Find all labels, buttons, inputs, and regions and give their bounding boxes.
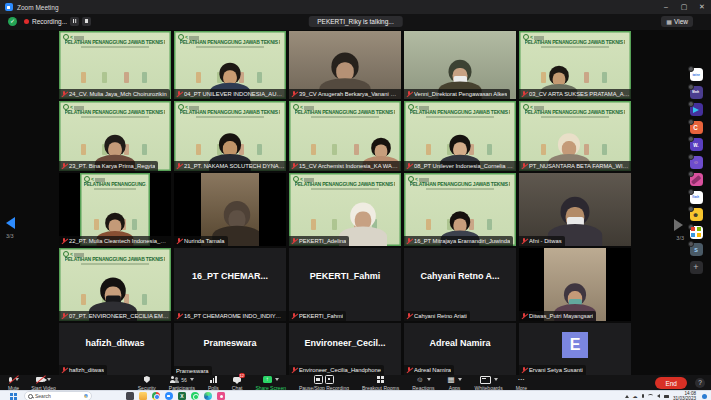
add-app-button[interactable]: + [690, 261, 703, 274]
caret-icon [275, 378, 279, 381]
participant-tile[interactable]: <PELATIHAN PENANGGUNG JAWAB TEKNIS PKRT0… [59, 248, 171, 321]
start-video-button[interactable]: Start Video [29, 376, 58, 391]
participant-tile[interactable]: <PELATIHAN PENANGGUNG JAWAB TEKNIS PKRT0… [404, 101, 516, 171]
pause-recording-button[interactable] [70, 17, 79, 26]
onedrive-icon[interactable]: ☁ [633, 392, 638, 400]
breakout-rooms-button[interactable]: Breakout Rooms [360, 376, 401, 391]
participant-tile[interactable]: Adreal NamiraAdreal Namira [404, 323, 516, 375]
participant-tile[interactable]: <PELATIHAN PENANGGUNG JAWAB TEKNIS PKRT1… [289, 101, 401, 171]
participant-tile[interactable]: Nurinda Tamala [174, 173, 286, 246]
participant-tile[interactable]: Afni - Ditwas [519, 173, 631, 246]
participant-tile[interactable]: 16_PT CHEMAR...16_PT CHEMAROME INDO_INDI… [174, 248, 286, 321]
photos-taskbar-icon[interactable] [217, 392, 225, 400]
participant-tile[interactable]: <PELATIHAN PENANGGUNG JAWAB TEKNIS PKRT2… [59, 31, 171, 99]
share-screen-button[interactable]: ↑Share Screen [253, 376, 288, 391]
participant-tile[interactable]: <PELATIHAN PENANGGUNG JAWAB TEKNIS PKRT0… [174, 31, 286, 99]
participant-tile[interactable]: EErvani Setya Susanti [519, 323, 631, 375]
end-meeting-button[interactable]: End [655, 377, 687, 389]
close-button[interactable]: ✕ [693, 0, 711, 14]
participant-tile[interactable]: Ditwas_Putri Mayangsari [519, 248, 631, 321]
participant-tile[interactable]: <PELATIHAN PENANGGUNG JAWAB TEKNIS PKRT2… [59, 101, 171, 171]
participant-tile[interactable]: <PELATIHAN PENANGGUNG JAWAB TEKNIS PKRTP… [519, 101, 631, 171]
flash-app-icon[interactable]: flash [690, 191, 703, 204]
microphone-tray-icon[interactable] [642, 394, 644, 398]
encryption-shield-icon[interactable]: ✓ [8, 17, 17, 26]
slide-figure [142, 72, 147, 83]
reactions-button[interactable]: ☺Reactions [410, 376, 436, 391]
slide-figure [311, 144, 316, 155]
participant-tile[interactable]: <PELATIHAN PENANGGUNG JAWAB TEKNIS PKRTP… [289, 173, 401, 246]
participant-tile[interactable]: 39_CV Anugerah Berkarya_Vanani Nur Rizki [289, 31, 401, 99]
emoji-sunglasses-app-icon[interactable]: ☻ [690, 208, 703, 221]
participant-name-label: PEKERTI_Adelina [289, 236, 349, 246]
participant-display-name: Cahyani Retno A... [408, 271, 511, 281]
maximize-button[interactable]: ▢ [675, 0, 693, 14]
participant-tile[interactable]: Cahyani Retno A...Cahyani Retno Ariati [404, 248, 516, 321]
chrome-taskbar-icon[interactable] [152, 392, 160, 400]
apps-button[interactable]: ▦Apps [445, 376, 463, 391]
twine-app-icon[interactable]: twine [690, 68, 703, 81]
taskbar-clock[interactable]: 14:08 31/03/2023 [673, 391, 696, 400]
mic-muted-icon [61, 367, 67, 374]
polls-button[interactable]: Polls [206, 376, 221, 391]
paper-plane-app-icon[interactable] [690, 103, 703, 116]
participant-tile[interactable]: <PELATIHAN PENANGGUNG JAWAB TEKNIS PKRT2… [174, 101, 286, 171]
search-placeholder: Search [35, 393, 82, 399]
pause-stop-recording-button[interactable]: Pause/Stop Recording [297, 376, 351, 391]
microsoft-grid-app-icon[interactable] [690, 226, 703, 239]
security-button[interactable]: Security [136, 376, 158, 391]
wordly-app-icon[interactable]: W. [690, 138, 703, 151]
file-explorer-taskbar-icon[interactable] [139, 392, 147, 400]
mic-muted-icon [176, 238, 182, 245]
participant-tile[interactable]: Venni_Direktorat Pengawasan Alkes [404, 31, 516, 99]
participant-name-label: hafizh_ditwas [59, 365, 107, 375]
mic-muted-icon [176, 91, 182, 98]
participant-tile[interactable]: PrameswaraPrameswara [174, 323, 286, 375]
mute-button[interactable]: Mute [6, 376, 21, 391]
view-button[interactable]: ▦ View [661, 16, 693, 27]
participants-button[interactable]: 56Participants [167, 376, 197, 391]
participant-display-name: 16_PT CHEMAR... [178, 271, 281, 281]
chat-button[interactable]: 12Chat [230, 376, 245, 391]
taskbar-search[interactable]: Search [24, 391, 92, 400]
mmhmm-app-icon[interactable]: Mmh [690, 86, 703, 99]
previous-page-arrow[interactable] [6, 217, 15, 229]
participant-tile[interactable]: <PELATIHAN PENANGGUNG JAWAB TEKNIS PKRT1… [404, 173, 516, 246]
excel-taskbar-icon[interactable] [178, 392, 186, 400]
purple-pet-app-icon[interactable]: ☺ [690, 156, 703, 169]
participant-tile[interactable]: hafizh_ditwashafizh_ditwas [59, 323, 171, 375]
participant-name-label: Prameswara [174, 366, 212, 375]
whatsapp-taskbar-icon[interactable] [191, 392, 199, 400]
hidden-icons-button[interactable] [625, 395, 629, 398]
more-button[interactable]: ⋯More [514, 376, 529, 391]
slide-figure [81, 72, 86, 83]
pink-diagonal-app-icon[interactable] [690, 173, 703, 186]
participant-name: PEKERTI_Adelina [299, 238, 346, 244]
slide-subtitle-line [541, 46, 608, 48]
participant-tile[interactable]: PEKERTI_FahmiPEKERTI_Fahmi [289, 248, 401, 321]
folder-dark-taskbar-icon[interactable] [126, 392, 134, 400]
slide-figure [487, 219, 492, 230]
start-button[interactable] [10, 393, 17, 400]
stop-recording-button[interactable] [82, 17, 91, 26]
participant-name: Adreal Namira [414, 367, 451, 373]
slide-subtitle-line [541, 116, 608, 118]
wifi-icon[interactable] [648, 394, 653, 398]
mic-muted-icon [406, 163, 412, 170]
battery-icon[interactable] [664, 395, 669, 398]
participant-tile[interactable]: <PELATIHAN PENANGGUNG JAWAB TEKNIS PKRT0… [519, 31, 631, 99]
notification-badge[interactable] [702, 394, 707, 399]
zoom-taskbar-icon[interactable] [165, 392, 173, 400]
minimize-button[interactable]: – [657, 0, 675, 14]
sync-blue-app-icon[interactable]: S [690, 243, 703, 256]
whiteboards-button[interactable]: Whiteboards [473, 376, 505, 391]
participant-tile[interactable]: Environeer_Cecil...Environeer_Cecilia_Ha… [289, 323, 401, 375]
coda-app-icon[interactable]: C [690, 121, 703, 134]
participant-tile[interactable]: <PELATIHAN PENANGGUNG JAWAB TEKNIS PKRT2… [59, 173, 171, 246]
participant-name-label: Ditwas_Putri Mayangsari [519, 311, 596, 321]
mic-muted-icon [406, 367, 412, 374]
edge-taskbar-icon[interactable] [204, 392, 212, 400]
volume-icon[interactable] [657, 394, 660, 398]
help-button[interactable]: ? [695, 378, 705, 388]
slide-banner-text: PELATIHAN PENANGGUNG JAWAB TEKNIS PKRT [65, 39, 166, 45]
